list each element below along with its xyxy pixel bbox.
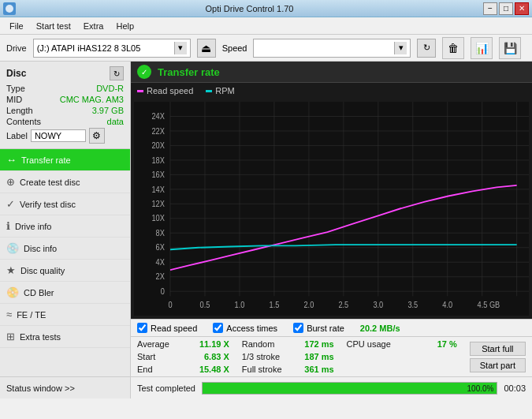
nav-menu: ↔Transfer rate⊕Create test disc✓Verify t… [0,149,130,376]
menu-item-extra[interactable]: Extra [77,20,110,32]
create-test-disc-icon: ⊕ [6,176,15,188]
status-message: Test completed [137,383,195,393]
stats-end-key: End [137,365,153,374]
svg-text:1.5: 1.5 [270,300,280,309]
svg-text:0.5: 0.5 [200,300,210,309]
burst-rate-checkbox-label[interactable]: Burst rate [307,324,344,333]
read-speed-checkbox-label[interactable]: Read speed [151,324,197,333]
status-window-label[interactable]: Status window >> [6,383,75,393]
start-part-button[interactable]: Start part [470,358,526,372]
svg-text:18X: 18X [151,155,165,165]
disc-label-settings-button[interactable]: ⚙ [89,128,105,144]
window-title: Opti Drive Control 1.70 [16,4,483,13]
nav-item-transfer-rate[interactable]: ↔Transfer rate [0,149,130,171]
access-times-checkbox-label[interactable]: Access times [226,324,277,333]
nav-item-label-drive-info: Drive info [15,222,51,231]
minimize-button[interactable]: − [483,2,497,15]
drive-select[interactable]: (J:) ATAPI iHAS122 8 3L05 ▾ [33,39,191,58]
content-area: ✓ Transfer rate Read speed RPM [131,62,532,376]
nav-item-extra-tests[interactable]: ⊞Extra tests [0,326,130,348]
nav-item-label-create-test-disc: Create test disc [20,178,80,187]
menu-item-help[interactable]: Help [110,20,140,32]
speed-select[interactable]: ▾ [253,39,411,58]
disc-info-icon: 💿 [6,242,19,254]
stats-random-val: 172 ms [304,339,333,349]
status-time: 00:03 [504,383,526,393]
chart-icon: ✓ [137,65,151,79]
stats-random-row: Random 172 ms [242,339,334,350]
nav-item-label-transfer-rate: Transfer rate [21,155,71,165]
stats-stroke13-val: 187 ms [304,352,333,361]
nav-item-label-disc-info: Disc info [24,244,57,253]
disc-length-val: 3.97 GB [92,106,124,115]
nav-item-cd-bler[interactable]: 📀CD Bler [0,282,130,304]
nav-item-label-extra-tests: Extra tests [20,332,61,342]
speed-refresh-button[interactable]: ↻ [417,39,436,58]
nav-item-verify-test-disc[interactable]: ✓Verify test disc [0,193,130,215]
cd-bler-icon: 📀 [6,286,19,298]
verify-test-disc-icon: ✓ [6,198,15,210]
window-controls: − □ ✕ [483,2,529,15]
read-speed-checkbox[interactable] [137,323,147,333]
nav-item-disc-info[interactable]: 💿Disc info [0,238,130,260]
maximize-button[interactable]: □ [499,2,513,15]
disc-contents-key: Contents [6,117,41,126]
disc-contents-val: data [107,117,124,126]
close-button[interactable]: ✕ [515,2,529,15]
chart-svg: 24X 22X 20X 18X 16X 14X 12X 10X 8X 6X 4X… [134,102,529,316]
stats-col-2: Random 172 ms 1/3 stroke 187 ms Full str… [236,337,340,376]
svg-text:0: 0 [168,300,172,309]
extra-tests-icon: ⊞ [6,331,15,342]
drive-select-arrow[interactable]: ▾ [174,42,187,54]
burst-rate-checkbox[interactable] [293,323,303,333]
menu-item-file[interactable]: File [3,20,30,32]
drive-label: Drive [6,43,27,53]
start-full-button[interactable]: Start full [470,342,526,356]
export-button[interactable]: 📊 [471,37,493,59]
stats-end-row: End 15.48 X [137,364,229,375]
speed-select-arrow[interactable]: ▾ [394,42,407,54]
svg-text:20X: 20X [151,140,165,150]
disc-mid-key: MID [6,95,22,104]
stats-random-key: Random [242,339,275,349]
checkbox-bar: Read speed Access times Burst rate 20.2 … [131,319,532,336]
app-icon [3,2,16,15]
progress-percent: 100.0% [467,383,494,392]
chart-title: Transfer rate [158,66,220,78]
stats-stroke13-row: 1/3 stroke 187 ms [242,351,334,362]
read-speed-checkbox-item: Read speed [137,323,197,333]
access-times-checkbox[interactable] [213,323,223,333]
nav-item-create-test-disc[interactable]: ⊕Create test disc [0,171,130,193]
svg-text:6X: 6X [156,243,165,253]
svg-text:2.5: 2.5 [338,300,348,309]
menu-bar: FileStart testExtraHelp [0,17,532,35]
nav-item-disc-quality[interactable]: ★Disc quality [0,260,130,282]
stats-cpu-row: CPU usage 17 % [347,339,457,350]
eject-button[interactable]: ⏏ [197,39,216,58]
speed-label: Speed [222,43,247,53]
stats-average-key: Average [137,339,169,349]
svg-text:4.5 GB: 4.5 GB [478,300,500,309]
disc-section: Disc ↻ Type DVD-R MID CMC MAG. AM3 Lengt… [0,62,130,149]
save-button[interactable]: 💾 [499,37,521,59]
svg-text:22X: 22X [151,126,165,136]
status-window-toggle[interactable]: Status window >> [0,377,131,398]
stats-bar: Average 11.19 X Start 6.83 X End 15.48 X… [131,336,532,376]
svg-text:10X: 10X [151,214,165,223]
disc-label-input[interactable] [31,129,86,142]
access-times-checkbox-item: Access times [213,323,277,333]
svg-text:3.0: 3.0 [373,300,383,309]
stats-fullstroke-key: Full stroke [242,365,282,374]
drive-bar: Drive (J:) ATAPI iHAS122 8 3L05 ▾ ⏏ Spee… [0,35,532,62]
main-layout: Disc ↻ Type DVD-R MID CMC MAG. AM3 Lengt… [0,62,532,376]
nav-item-fe-te[interactable]: ≈FE / TE [0,304,130,326]
stats-stroke13-key: 1/3 stroke [242,352,280,361]
clear-button[interactable]: 🗑 [442,37,464,59]
disc-refresh-button[interactable]: ↻ [110,66,124,80]
svg-point-0 [6,5,13,13]
chart-area: 24X 22X 20X 18X 16X 14X 12X 10X 8X 6X 4X… [131,99,532,319]
nav-item-drive-info[interactable]: ℹDrive info [0,215,130,238]
disc-type-key: Type [6,84,25,93]
progress-bar-fill [203,383,497,394]
menu-item-start-test[interactable]: Start test [30,20,77,32]
